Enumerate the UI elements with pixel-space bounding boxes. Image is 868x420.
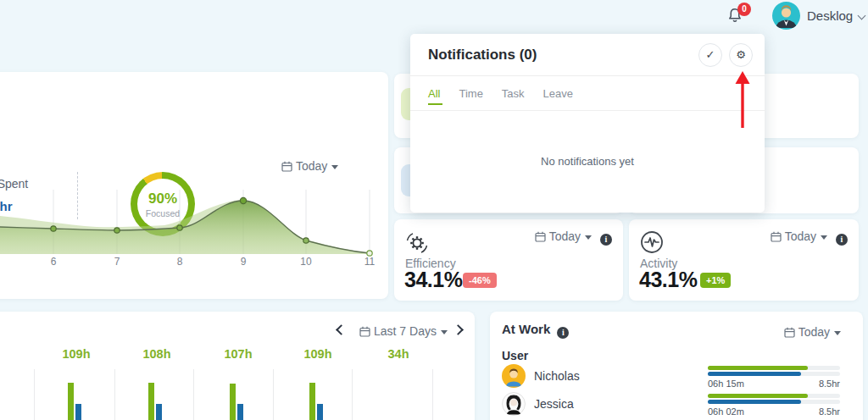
progress-track bbox=[708, 366, 840, 370]
tracked-bar bbox=[68, 383, 74, 420]
focus-summary-card: Task Spent 32 hr 90% Focused Today bbox=[0, 72, 388, 299]
user-avatar[interactable] bbox=[772, 2, 800, 30]
calendar-icon bbox=[784, 327, 795, 338]
popup-title: Notifications (0) bbox=[428, 47, 537, 64]
productive-bar bbox=[75, 404, 81, 420]
focused-donut: 90% Focused bbox=[131, 172, 195, 236]
notification-count-badge: 0 bbox=[737, 3, 751, 16]
tab-all[interactable]: All bbox=[428, 87, 440, 100]
atwork-period-dropdown[interactable]: Today bbox=[784, 325, 841, 339]
x-tick: 10 bbox=[300, 256, 311, 268]
at-work-card: At Work i Today User Nicholas 06h 15m 8.… bbox=[490, 312, 863, 420]
check-icon: ✓ bbox=[706, 48, 715, 61]
info-icon[interactable]: i bbox=[836, 234, 848, 246]
popup-tabs: All Time Task Leave bbox=[410, 76, 765, 111]
activity-period-label: Today bbox=[785, 229, 816, 243]
notifications-popup: Notifications (0) ✓ ⚙ All Time Task Leav… bbox=[410, 34, 765, 213]
blue-progress-bar bbox=[708, 400, 801, 404]
progress-track bbox=[708, 372, 840, 376]
at-work-title: At Work i bbox=[502, 322, 569, 339]
chevron-down-icon bbox=[441, 330, 448, 334]
chevron-down-icon bbox=[821, 235, 827, 240]
activity-card: Activity 43.1% +1% Today i bbox=[629, 219, 859, 301]
activity-delta-badge: +1% bbox=[700, 273, 731, 288]
previous-period-button[interactable] bbox=[336, 324, 347, 335]
bar-value-label: 34h bbox=[388, 347, 409, 361]
gridline bbox=[432, 369, 433, 420]
user-avatar-icon bbox=[772, 2, 800, 30]
efficiency-value: 34.1% bbox=[404, 268, 462, 292]
weekly-period-label: Last 7 Days bbox=[374, 324, 437, 338]
total-time: 8.5hr bbox=[708, 379, 840, 389]
weekly-hours-card: Last 7 Days h 109h 108h 107h 109h 34h bbox=[0, 312, 475, 420]
tracked-bar bbox=[309, 383, 315, 420]
progress-track bbox=[708, 400, 840, 404]
focus-period-dropdown[interactable]: Today bbox=[281, 159, 338, 173]
bar-value-label: 107h bbox=[224, 347, 252, 361]
user-name: Jessica bbox=[534, 397, 574, 411]
efficiency-card: Efficiency 34.1% -46% Today i bbox=[394, 219, 623, 301]
avatar-jessica bbox=[502, 392, 526, 416]
bar-value-label: 109h bbox=[62, 347, 90, 361]
gear-icon: ⚙ bbox=[736, 48, 746, 61]
gridline bbox=[193, 369, 194, 420]
chevron-down-icon bbox=[331, 165, 338, 169]
tab-leave[interactable]: Leave bbox=[543, 87, 573, 100]
productive-bar bbox=[317, 404, 323, 420]
donut-caption: Focused bbox=[146, 208, 180, 218]
gridline bbox=[352, 369, 353, 420]
tab-time[interactable]: Time bbox=[459, 87, 482, 100]
efficiency-gear-icon bbox=[404, 230, 430, 256]
calendar-icon bbox=[281, 161, 292, 172]
weekly-period-dropdown[interactable]: Last 7 Days bbox=[359, 324, 448, 338]
efficiency-period-dropdown[interactable]: Today i bbox=[535, 229, 612, 246]
x-tick: 8 bbox=[177, 256, 183, 268]
x-tick: 11 bbox=[364, 256, 375, 268]
brand-label: Desklog bbox=[807, 8, 853, 23]
tracked-bar bbox=[148, 383, 154, 420]
notification-bell-button[interactable]: 0 bbox=[726, 5, 754, 30]
chevron-down-icon bbox=[585, 235, 592, 240]
bar-value-label: 108h bbox=[142, 347, 170, 361]
focus-period-label: Today bbox=[296, 159, 327, 173]
gridline bbox=[273, 369, 274, 420]
green-progress-bar bbox=[708, 366, 808, 370]
atwork-period-label: Today bbox=[798, 325, 830, 339]
donut-percent: 90% bbox=[148, 191, 177, 207]
notification-settings-button[interactable]: ⚙ bbox=[729, 43, 753, 67]
tracked-bar bbox=[230, 384, 236, 420]
blue-progress-bar bbox=[708, 372, 801, 376]
activity-value: 43.1% bbox=[639, 268, 697, 292]
avatar-nicholas bbox=[502, 364, 526, 388]
popup-body: No notifications yet bbox=[410, 111, 765, 212]
tab-task[interactable]: Task bbox=[502, 87, 525, 100]
chevron-down-icon bbox=[858, 12, 866, 20]
calendar-icon bbox=[535, 231, 546, 242]
brand-menu[interactable]: Desklog bbox=[807, 8, 865, 23]
popup-header: Notifications (0) ✓ ⚙ bbox=[410, 34, 765, 76]
total-time: 8.5hr bbox=[708, 406, 840, 417]
mark-all-read-button[interactable]: ✓ bbox=[698, 43, 722, 67]
productive-bar bbox=[156, 404, 162, 420]
info-icon[interactable]: i bbox=[600, 234, 612, 246]
chevron-down-icon bbox=[834, 331, 841, 335]
x-tick: 6 bbox=[51, 256, 57, 268]
gridline bbox=[114, 369, 115, 420]
calendar-icon bbox=[771, 231, 782, 242]
bar-value-label: 109h bbox=[303, 347, 331, 361]
user-column-header: User bbox=[502, 349, 528, 362]
gridline bbox=[34, 369, 35, 420]
x-tick: 9 bbox=[241, 256, 247, 268]
progress-track bbox=[708, 394, 840, 398]
empty-state-message: No notifications yet bbox=[541, 155, 634, 168]
next-period-button[interactable] bbox=[453, 324, 464, 335]
green-progress-bar bbox=[708, 394, 808, 398]
efficiency-delta-badge: -46% bbox=[463, 273, 497, 288]
calendar-icon bbox=[359, 326, 370, 337]
activity-period-dropdown[interactable]: Today i bbox=[771, 229, 848, 246]
x-tick: 7 bbox=[114, 256, 120, 268]
efficiency-period-label: Today bbox=[549, 229, 581, 243]
productive-bar bbox=[237, 404, 243, 420]
user-name: Nicholas bbox=[534, 369, 580, 383]
info-icon[interactable]: i bbox=[557, 327, 569, 339]
